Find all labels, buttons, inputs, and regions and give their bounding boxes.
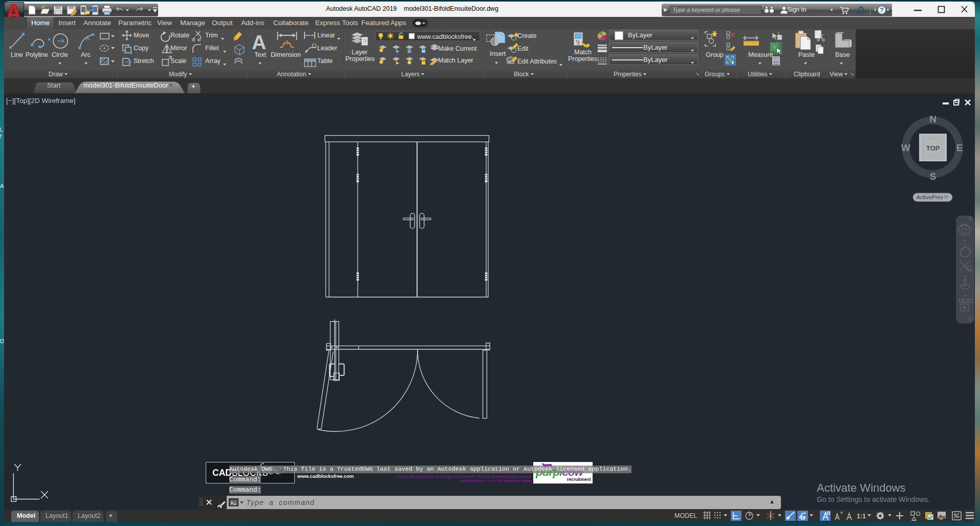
svg-text:TOP: TOP bbox=[926, 144, 940, 152]
svg-text:1:1: 1:1 bbox=[857, 513, 866, 520]
svg-text:N: N bbox=[929, 114, 937, 124]
svg-text:?: ? bbox=[880, 7, 883, 14]
svg-text:E: E bbox=[956, 142, 963, 153]
svg-text:ActivePrev: ActivePrev bbox=[917, 194, 944, 200]
svg-text:W: W bbox=[901, 142, 910, 153]
svg-text:S: S bbox=[930, 171, 937, 182]
